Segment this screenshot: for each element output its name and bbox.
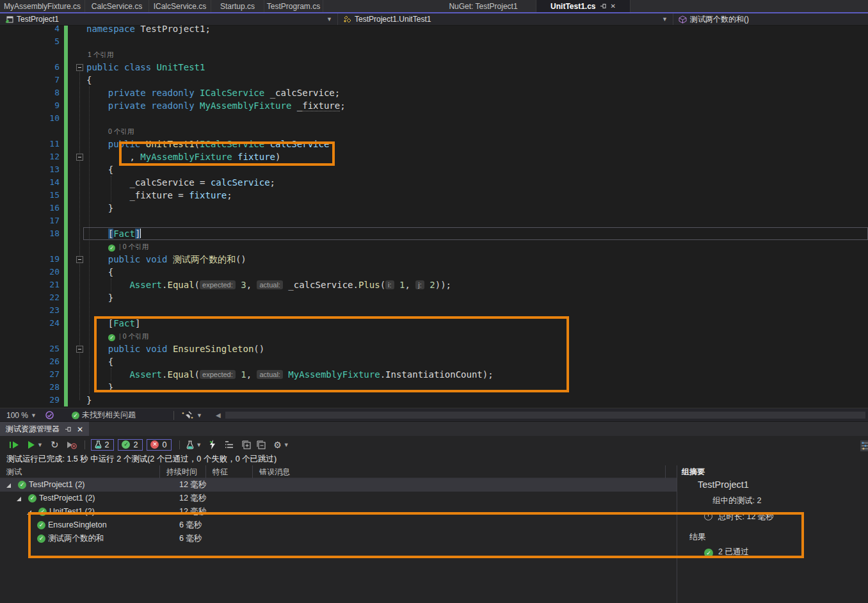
zoom-select[interactable]: 100 %	[6, 411, 28, 420]
code-line-12[interactable]: 12 , MyAssemblyFixture fixture)	[0, 150, 868, 163]
codelens-references[interactable]: ✓|0 个引用	[108, 241, 149, 252]
passed-check-icon: ✓	[704, 546, 713, 558]
code-line-24[interactable]: 24 [Fact]	[0, 317, 868, 330]
code-line-22[interactable]: 22 }	[0, 291, 868, 304]
tab-startup-cs[interactable]: Startup.cs	[211, 0, 264, 12]
collapse-all-icon[interactable]	[257, 438, 266, 451]
run-all-icon[interactable]	[9, 438, 20, 451]
collapse-region-icon[interactable]	[76, 256, 83, 263]
method-cube-icon	[679, 15, 687, 24]
code-line-28[interactable]: 28 }	[0, 381, 868, 394]
tab-myassemblyfixture-cs[interactable]: MyAssemblyFixture.cs	[0, 0, 85, 12]
chevron-down-icon[interactable]: ▼	[284, 442, 289, 448]
expander-icon[interactable]	[6, 483, 11, 488]
code-line-26[interactable]: 26 {	[0, 355, 868, 368]
filter-passed-tests[interactable]: ✓ 2	[118, 439, 143, 451]
code-line-18[interactable]: 18 [Fact]	[0, 227, 868, 240]
code-line-6[interactable]: 6public class UnitTest1	[0, 61, 868, 74]
column-header-0[interactable]: 测试	[0, 465, 160, 478]
member-dropdown[interactable]: 测试两个数的和()	[673, 13, 868, 25]
column-header-2[interactable]: 特征	[206, 465, 253, 478]
lightning-icon[interactable]	[209, 438, 216, 451]
codelens-references[interactable]: 1 个引用	[88, 49, 113, 60]
code-health-icon[interactable]	[45, 408, 54, 422]
code-line-19[interactable]: 19 public void 测试两个数的和()	[0, 253, 868, 266]
test-tree-row[interactable]: ✓测试两个数的和6 毫秒	[0, 532, 677, 545]
tab-nuget-testproject1[interactable]: NuGet: TestProject1	[431, 0, 536, 12]
collapse-region-icon[interactable]	[76, 154, 83, 161]
expander-icon[interactable]	[17, 497, 21, 501]
line-number: 12	[35, 150, 60, 163]
code-line-21[interactable]: 21 Assert.Equal(expected: 3, actual: _ca…	[0, 278, 868, 291]
code-health-status[interactable]: 未找到相关问题	[82, 410, 136, 421]
code-line-20[interactable]: 20 {	[0, 266, 868, 278]
code-line-29[interactable]: 29}	[0, 394, 868, 406]
cancel-run-icon[interactable]	[67, 438, 77, 451]
summary-group-name: TestProject1	[698, 479, 749, 490]
tab-test-explorer[interactable]: 测试资源管理器 ✕	[0, 422, 89, 437]
chevron-down-icon[interactable]: ▼	[31, 412, 36, 419]
expander-icon[interactable]	[27, 510, 31, 515]
pin-icon[interactable]	[600, 3, 607, 10]
code-line-15[interactable]: 15 _fixture = fixture;	[0, 189, 868, 202]
close-icon[interactable]: ✕	[611, 3, 616, 10]
playlist-flask-icon[interactable]	[186, 438, 194, 451]
column-header-1[interactable]: 持续时间	[160, 465, 206, 478]
test-tree-row[interactable]: ✓EnsureSingleton6 毫秒	[0, 519, 677, 532]
type-dropdown[interactable]: TestProject1.UnitTest1 ▼	[338, 13, 673, 25]
code-line-4[interactable]: 4namespace TestProject1;	[0, 26, 868, 35]
collapse-region-icon[interactable]	[76, 346, 83, 353]
run-icon[interactable]	[28, 438, 35, 451]
expand-all-icon[interactable]	[242, 438, 251, 451]
filter-failed-tests[interactable]: ✕ 0	[147, 439, 172, 451]
code-line-23[interactable]: 23	[0, 304, 868, 317]
code-line-7[interactable]: 7{	[0, 74, 868, 86]
divider	[179, 440, 180, 449]
close-icon[interactable]: ✕	[77, 425, 83, 434]
test-tree-row[interactable]: ✓UnitTest1 (2)12 毫秒	[0, 505, 677, 519]
tab-testprogram-cs[interactable]: TestProgram.cs	[264, 0, 323, 12]
filter-total-tests[interactable]: 2	[91, 439, 115, 451]
project-dropdown[interactable]: TestProject1 ▼	[0, 13, 338, 25]
chevron-down-icon[interactable]: ▼	[662, 16, 668, 22]
column-header-3[interactable]: 错误消息	[253, 465, 666, 478]
horizontal-scrollbar[interactable]	[225, 412, 865, 419]
code-line-5[interactable]: 5	[0, 35, 868, 48]
tab-icalcservice-cs[interactable]: ICalcService.cs	[149, 0, 211, 12]
repeat-run-icon[interactable]: ↻	[51, 438, 59, 451]
code-line-16[interactable]: 16 }	[0, 202, 868, 214]
code-line-14[interactable]: 14 _calcService = calcService;	[0, 176, 868, 189]
code-line-25[interactable]: 25 public void EnsureSingleton()	[0, 342, 868, 355]
codelens-references[interactable]: ✓|0 个引用	[108, 330, 149, 342]
code-editor[interactable]: 4namespace TestProject1;51 个引用6public cl…	[0, 26, 868, 408]
code-line-10[interactable]: 10	[0, 112, 868, 125]
code-text: }	[86, 394, 92, 406]
code-line-9[interactable]: 9 private readonly MyAssemblyFixture _fi…	[0, 99, 868, 112]
broom-icon[interactable]: ▼	[181, 408, 202, 422]
code-line-8[interactable]: 8 private readonly ICalcService _calcSer…	[0, 86, 868, 99]
test-tree-row[interactable]: ✓TestProject1 (2)12 毫秒	[0, 492, 677, 505]
chevron-down-icon[interactable]: ▼	[197, 412, 202, 419]
code-line-27[interactable]: 27 Assert.Equal(expected: 1, actual: MyA…	[0, 368, 868, 381]
collapse-region-icon[interactable]	[76, 64, 83, 71]
chevron-down-icon[interactable]: ▼	[196, 442, 202, 448]
code-line-13[interactable]: 13 {	[0, 163, 868, 176]
pin-icon[interactable]	[65, 426, 72, 433]
chevron-down-icon[interactable]: ▼	[326, 16, 332, 22]
group-by-icon[interactable]	[225, 438, 234, 451]
test-duration: 12 毫秒	[179, 492, 206, 505]
tab-test-explorer-label: 测试资源管理器	[6, 424, 60, 435]
test-tree-row[interactable]: ✓TestProject1 (2)12 毫秒	[0, 478, 677, 492]
code-line-17[interactable]: 17	[0, 214, 868, 227]
tabbar-spacer	[323, 0, 431, 12]
chevron-down-icon[interactable]: ▼	[37, 442, 43, 448]
gear-icon[interactable]: ⚙	[273, 438, 282, 451]
codelens-references[interactable]: 0 个引用	[108, 125, 134, 137]
tab-unittest1-cs[interactable]: UnitTest1.cs✕	[536, 0, 631, 12]
toolbar-overflow-icon[interactable]	[860, 439, 868, 452]
tab-label: NuGet: TestProject1	[449, 2, 517, 11]
tab-calcservice-cs[interactable]: CalcService.cs	[85, 0, 149, 12]
scroll-left-arrow-icon[interactable]: ◀	[216, 408, 221, 422]
code-line-11[interactable]: 11 public UnitTest1(ICalcService calcSer…	[0, 138, 868, 150]
inline-parameter-hint: j:	[415, 280, 424, 289]
